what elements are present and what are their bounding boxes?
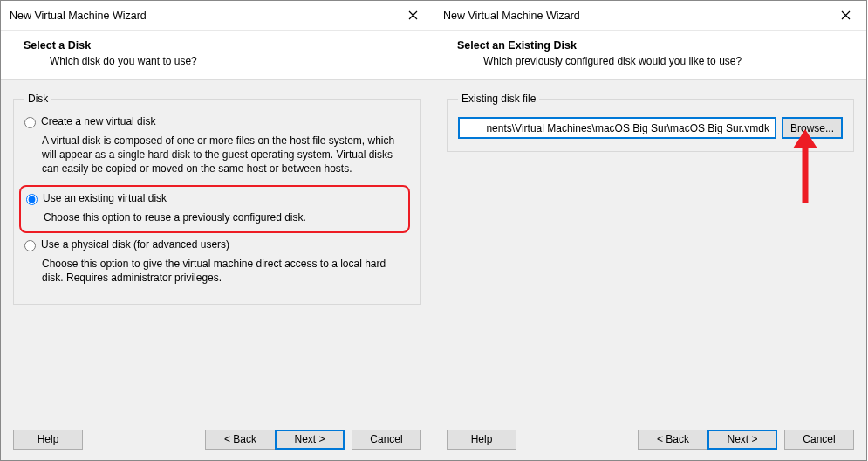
cancel-button[interactable]: Cancel xyxy=(352,430,421,450)
disk-path-input[interactable] xyxy=(458,117,776,139)
radio-create-new-input[interactable] xyxy=(24,117,36,128)
window-title: New Virtual Machine Wizard xyxy=(443,10,833,22)
wizard-header: Select a Disk Which disk do you want to … xyxy=(1,31,434,80)
back-button[interactable]: < Back xyxy=(638,430,707,450)
radio-use-physical-desc: Choose this option to give the virtual m… xyxy=(24,253,410,293)
radio-use-existing[interactable]: Use an existing virtual disk xyxy=(21,190,403,207)
window-title: New Virtual Machine Wizard xyxy=(10,10,400,22)
disk-group: Disk Create a new virtual disk A virtual… xyxy=(13,93,421,305)
radio-use-physical-input[interactable] xyxy=(24,240,36,251)
browse-button[interactable]: Browse... xyxy=(782,117,843,139)
radio-create-new-label: Create a new virtual disk xyxy=(41,115,155,127)
titlebar: New Virtual Machine Wizard xyxy=(434,1,866,31)
cancel-button[interactable]: Cancel xyxy=(784,430,854,450)
footer: Help < Back Next > Cancel xyxy=(1,418,434,460)
content-area: Disk Create a new virtual disk A virtual… xyxy=(1,80,434,418)
footer: Help < Back Next > Cancel xyxy=(434,418,866,460)
page-title: Select an Existing Disk xyxy=(450,39,851,52)
wizard-pane-select-disk: New Virtual Machine Wizard Select a Disk… xyxy=(0,0,434,461)
radio-use-existing-label: Use an existing virtual disk xyxy=(43,192,167,204)
help-button[interactable]: Help xyxy=(13,430,83,450)
back-button[interactable]: < Back xyxy=(205,430,275,450)
help-button[interactable]: Help xyxy=(447,430,516,450)
radio-use-physical-label: Use a physical disk (for advanced users) xyxy=(41,238,229,251)
group-legend: Disk xyxy=(24,93,51,105)
next-button[interactable]: Next > xyxy=(707,430,777,450)
close-icon[interactable] xyxy=(400,3,425,28)
page-subtitle: Which previously configured disk would y… xyxy=(450,55,851,67)
next-button[interactable]: Next > xyxy=(275,430,345,450)
radio-create-new-desc: A virtual disk is composed of one or mor… xyxy=(24,130,410,185)
content-area: Existing disk file Browse... xyxy=(434,80,866,418)
radio-use-existing-desc: Choose this option to reuse a previously… xyxy=(21,207,403,226)
wizard-pane-select-existing: New Virtual Machine Wizard Select an Exi… xyxy=(434,0,867,461)
radio-use-existing-input[interactable] xyxy=(26,194,38,205)
close-icon[interactable] xyxy=(833,3,858,28)
existing-disk-group: Existing disk file Browse... xyxy=(447,93,854,152)
page-subtitle: Which disk do you want to use? xyxy=(17,55,418,67)
highlight-annotation: Use an existing virtual disk Choose this… xyxy=(19,185,410,233)
radio-use-physical[interactable]: Use a physical disk (for advanced users) xyxy=(24,237,410,253)
wizard-header: Select an Existing Disk Which previously… xyxy=(434,31,866,80)
radio-create-new[interactable]: Create a new virtual disk xyxy=(24,114,410,130)
group-legend: Existing disk file xyxy=(458,93,539,105)
titlebar: New Virtual Machine Wizard xyxy=(1,1,434,31)
page-title: Select a Disk xyxy=(17,39,418,52)
